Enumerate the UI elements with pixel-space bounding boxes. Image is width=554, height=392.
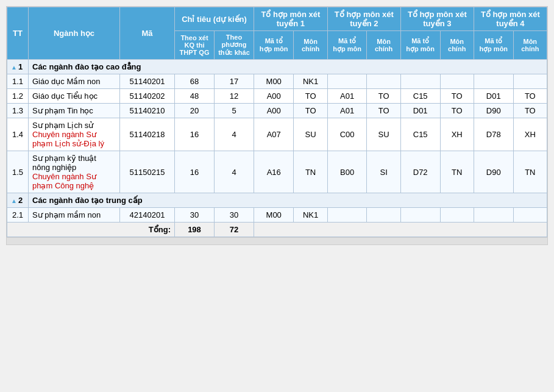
cell-ma: 51140218 bbox=[120, 118, 175, 151]
total-row: Tổng: 198 72 bbox=[7, 223, 547, 237]
cell-theo-phuong: 4 bbox=[215, 151, 254, 193]
cell-to4-mon: TO bbox=[513, 104, 547, 118]
horizontal-scrollbar[interactable] bbox=[7, 237, 547, 244]
col-to4-ma: Mã tổ hợp môn bbox=[474, 31, 513, 60]
cell-to1-ma: M00 bbox=[254, 74, 294, 89]
cell-to3-ma: D72 bbox=[400, 151, 440, 193]
col-theo-phuong: Theo phương thức khác bbox=[215, 31, 254, 60]
admissions-table: TT Ngành học Mã Chỉ tiêu (dự kiến) Tổ hợ… bbox=[7, 7, 547, 237]
cell-to3-ma: D01 bbox=[400, 104, 440, 118]
cell-to2-mon: SU bbox=[367, 118, 400, 151]
table-row-2-1: 2.1 Sư phạm mầm non 42140201 30 30 M00 N… bbox=[7, 208, 547, 223]
cell-to3-mon: XH bbox=[440, 118, 474, 151]
cell-nganh-hoc: Sư phạm Lịch sử Chuyên ngành Sư phạm Lịc… bbox=[29, 118, 120, 151]
cell-theo-phuong: 30 bbox=[215, 208, 254, 223]
cell-ma: 51140210 bbox=[120, 104, 175, 118]
cell-to1-mon: TO bbox=[294, 104, 327, 118]
cell-theo-phuong: 4 bbox=[215, 118, 254, 151]
cell-to4-ma: D78 bbox=[474, 118, 513, 151]
cell-nganh-hoc: Sư phạm mầm non bbox=[29, 208, 120, 223]
section-row-2: ▲2 Các ngành đào tạo trung cấp bbox=[7, 193, 547, 208]
col-tt: TT bbox=[7, 7, 29, 60]
section-label-1: Các ngành đào tạo cao đẳng bbox=[29, 60, 547, 74]
cell-to4-mon bbox=[513, 208, 547, 223]
total-theo-kq: 198 bbox=[175, 223, 215, 237]
col-to4-mon: Môn chính bbox=[513, 31, 547, 60]
col-chi-tieu: Chỉ tiêu (dự kiến) bbox=[175, 7, 254, 31]
col-to-hop-3: Tổ hợp môn xét tuyển 3 bbox=[400, 7, 474, 31]
cell-to2-ma bbox=[327, 74, 367, 89]
col-nganh-hoc: Ngành học bbox=[29, 7, 120, 60]
cell-to2-ma: C00 bbox=[327, 118, 367, 151]
cell-to3-ma: C15 bbox=[400, 118, 440, 151]
table-row-1-1: 1.1 Giáo dục Mầm non 51140201 68 17 M00 … bbox=[7, 74, 547, 89]
cell-to4-mon: TO bbox=[513, 89, 547, 104]
total-theo-phuong: 72 bbox=[215, 223, 254, 237]
nganh-hoc-line1: Sư phạm kỹ thuật nông nghiệp bbox=[32, 154, 96, 172]
cell-to2-mon: TO bbox=[367, 104, 400, 118]
cell-to4-mon: XH bbox=[513, 118, 547, 151]
col-to3-ma: Mã tổ hợp môn bbox=[400, 31, 440, 60]
table-row-1-5: 1.5 Sư phạm kỹ thuật nông nghiệp Chuyên … bbox=[7, 151, 547, 193]
cell-to1-ma: M00 bbox=[254, 208, 294, 223]
cell-to3-ma: C15 bbox=[400, 89, 440, 104]
cell-to3-mon: TO bbox=[440, 89, 474, 104]
cell-to1-mon: NK1 bbox=[294, 74, 327, 89]
col-to1-ma: Mã tổ hợp môn bbox=[254, 31, 294, 60]
cell-to1-mon: TO bbox=[294, 89, 327, 104]
cell-to4-ma: D90 bbox=[474, 104, 513, 118]
col-theo-kq: Theo xét KQ thi THPT QG bbox=[175, 31, 215, 60]
cell-theo-kq: 16 bbox=[175, 118, 215, 151]
cell-tt: 1.1 bbox=[7, 74, 29, 89]
cell-ma: 51140202 bbox=[120, 89, 175, 104]
cell-to2-mon bbox=[367, 74, 400, 89]
cell-to3-mon bbox=[440, 208, 474, 223]
table-row-1-2: 1.2 Giáo dục Tiểu học 51140202 48 12 A00… bbox=[7, 89, 547, 104]
col-to2-ma: Mã tổ hợp môn bbox=[327, 31, 367, 60]
cell-to2-mon: SI bbox=[367, 151, 400, 193]
cell-to1-ma: A16 bbox=[254, 151, 294, 193]
cell-to1-ma: A07 bbox=[254, 118, 294, 151]
main-table-container: TT Ngành học Mã Chỉ tiêu (dự kiến) Tổ hợ… bbox=[6, 6, 548, 245]
cell-theo-kq: 20 bbox=[175, 104, 215, 118]
cell-theo-phuong: 12 bbox=[215, 89, 254, 104]
cell-to4-mon bbox=[513, 74, 547, 89]
total-label: Tổng: bbox=[7, 223, 175, 237]
cell-to4-ma bbox=[474, 74, 513, 89]
col-to3-mon: Môn chính bbox=[440, 31, 474, 60]
cell-to3-ma bbox=[400, 208, 440, 223]
cell-tt: 2.1 bbox=[7, 208, 29, 223]
cell-to3-ma bbox=[400, 74, 440, 89]
cell-theo-kq: 68 bbox=[175, 74, 215, 89]
cell-to2-ma: A01 bbox=[327, 89, 367, 104]
cell-tt: 1.3 bbox=[7, 104, 29, 118]
cell-nganh-hoc: Sư phạm Tin học bbox=[29, 104, 120, 118]
cell-to3-mon: TN bbox=[440, 151, 474, 193]
total-empty bbox=[254, 223, 547, 237]
cell-to1-ma: A00 bbox=[254, 104, 294, 118]
col-to1-mon: Môn chính bbox=[294, 31, 327, 60]
cell-nganh-hoc: Sư phạm kỹ thuật nông nghiệp Chuyên ngàn… bbox=[29, 151, 120, 193]
cell-theo-phuong: 17 bbox=[215, 74, 254, 89]
cell-to2-ma: B00 bbox=[327, 151, 367, 193]
section-icon-2: ▲2 bbox=[7, 193, 29, 208]
cell-ma: 51150215 bbox=[120, 151, 175, 193]
cell-ma: 42140201 bbox=[120, 208, 175, 223]
cell-to3-mon: TO bbox=[440, 104, 474, 118]
section-icon-1: ▲1 bbox=[7, 60, 29, 74]
cell-to3-mon bbox=[440, 74, 474, 89]
cell-tt: 1.2 bbox=[7, 89, 29, 104]
cell-to2-mon: TO bbox=[367, 89, 400, 104]
cell-theo-kq: 30 bbox=[175, 208, 215, 223]
col-to-hop-4: Tổ hợp môn xét tuyển 4 bbox=[474, 7, 547, 31]
section-label-2: Các ngành đào tạo trung cấp bbox=[29, 193, 547, 208]
table-row-1-3: 1.3 Sư phạm Tin học 51140210 20 5 A00 TO… bbox=[7, 104, 547, 118]
nganh-hoc-line1: Sư phạm Lịch sử bbox=[32, 121, 93, 130]
cell-to1-mon: SU bbox=[294, 118, 327, 151]
cell-to4-ma: D90 bbox=[474, 151, 513, 193]
cell-to1-ma: A00 bbox=[254, 89, 294, 104]
cell-theo-kq: 16 bbox=[175, 151, 215, 193]
nganh-hoc-line2-red: Chuyên ngành Sư phạm Lịch sử-Địa lý bbox=[32, 130, 104, 148]
cell-tt: 1.4 bbox=[7, 118, 29, 151]
col-ma: Mã bbox=[120, 7, 175, 60]
